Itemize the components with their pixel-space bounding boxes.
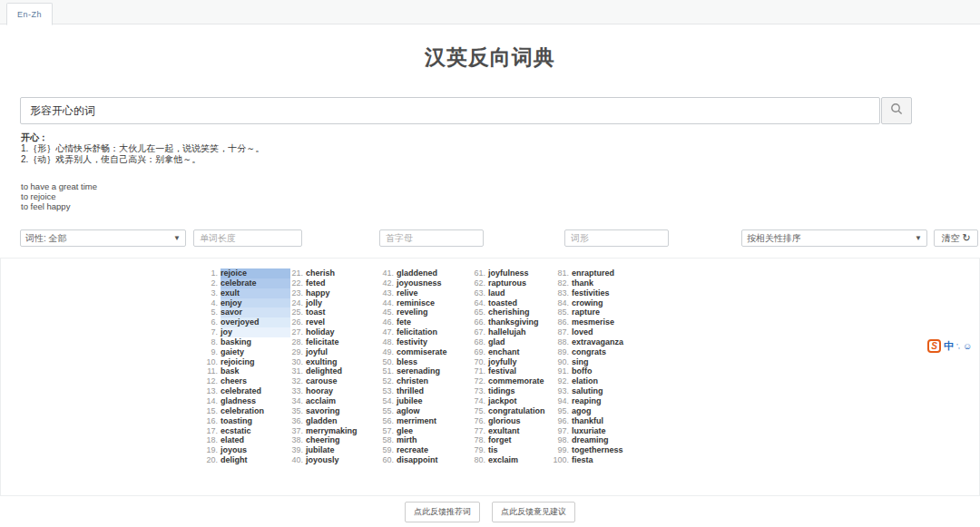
refresh-icon: ↻ xyxy=(962,232,970,244)
word-column: 81.enraptured82.thank83.festivities84.cr… xyxy=(533,267,623,464)
word-row: 62.rapturous xyxy=(449,277,545,287)
word-row: 56.merriment xyxy=(358,415,447,425)
suggestion-item[interactable]: to rejoice xyxy=(21,191,97,201)
word-row: 77.exultant xyxy=(449,425,545,434)
word-link[interactable]: delight xyxy=(220,455,248,464)
word-row: 72.commemorate xyxy=(449,375,545,385)
feedback-suggestions-button[interactable]: 点此反馈意见建议 xyxy=(492,502,575,522)
word-row: 88.extravaganza xyxy=(533,336,623,346)
ime-language-toggle[interactable]: 中 xyxy=(944,339,954,353)
word-row: 34.acclaim xyxy=(267,395,358,405)
word-row: 81.enraptured xyxy=(533,267,623,277)
word-row: 95.agog xyxy=(533,405,623,415)
results-panel: 1.rejoice2.celebrate3.exult4.enjoy5.savo… xyxy=(0,258,980,496)
word-row: 90.sing xyxy=(533,356,623,366)
word-row: 60.disappoint xyxy=(358,454,447,464)
results-border xyxy=(0,259,1,495)
word-link[interactable]: disappoint xyxy=(397,455,438,464)
word-row: 27.holiday xyxy=(267,326,358,336)
word-row: 26.revel xyxy=(267,316,358,326)
word-row: 70.joyfully xyxy=(449,356,545,366)
word-row: 23.happy xyxy=(267,287,358,297)
footer: 点此反馈推荐词 点此反馈意见建议 xyxy=(0,502,980,522)
word-row: 51.serenading xyxy=(358,365,447,375)
word-row: 87.loved xyxy=(533,326,623,336)
clear-filters-button[interactable]: 清空 ↻ xyxy=(934,229,978,247)
word-row: 49.commiserate xyxy=(358,346,447,356)
word-row: 52.christen xyxy=(358,375,447,385)
word-row: 73.tidings xyxy=(449,385,545,395)
word-link[interactable]: fiesta xyxy=(572,455,593,464)
suggestion-item[interactable]: to feel happy xyxy=(21,201,97,211)
tab-bar: En-Zh xyxy=(0,0,980,24)
word-row: 67.hallelujah xyxy=(449,326,545,336)
word-row: 83.festivities xyxy=(533,287,623,297)
clear-filters-label: 清空 xyxy=(941,232,959,245)
sort-order-value: 按相关性排序 xyxy=(747,232,801,245)
word-row: 28.felicitate xyxy=(267,336,358,346)
word-column: 21.cherish22.feted23.happy24.jolly25.toa… xyxy=(267,267,358,464)
word-row: 89.congrats xyxy=(533,346,623,356)
word-row: 31.delighted xyxy=(267,365,358,375)
word-row: 46.fete xyxy=(358,316,447,326)
word-rank: 60. xyxy=(358,455,394,465)
word-row: 71.festival xyxy=(449,365,545,375)
word-row: 29.joyful xyxy=(267,346,358,356)
pos-filter-select[interactable]: 词性: 全部 ▼ xyxy=(20,229,186,247)
word-row: 94.reaping xyxy=(533,395,623,405)
word-row: 25.toast xyxy=(267,306,358,316)
tab-en-zh[interactable]: En-Zh xyxy=(6,3,53,25)
word-row: 80.exclaim xyxy=(449,454,545,464)
word-row: 92.elation xyxy=(533,375,623,385)
word-row: 91.boffo xyxy=(533,365,623,375)
word-row: 66.thanksgiving xyxy=(449,316,545,326)
search-input[interactable] xyxy=(20,97,880,124)
search-icon xyxy=(890,102,903,119)
word-row: 33.hooray xyxy=(267,385,358,395)
word-row: 58.mirth xyxy=(358,434,447,444)
word-row: 39.jubilate xyxy=(267,444,358,454)
word-row: 55.aglow xyxy=(358,405,447,415)
ime-toolbar: S 中 ’, ☺ xyxy=(927,339,972,353)
word-row: 41.gladdened xyxy=(358,267,447,277)
word-row: 64.toasted xyxy=(449,297,545,307)
word-rank: 80. xyxy=(449,455,485,465)
word-row: 42.joyousness xyxy=(358,277,447,287)
word-row: 100.fiesta xyxy=(533,454,623,464)
word-form-input[interactable] xyxy=(564,229,669,247)
initial-letter-input[interactable] xyxy=(379,229,484,247)
ime-punctuation-toggle[interactable]: ’, xyxy=(956,342,960,350)
word-row: 35.savoring xyxy=(267,405,358,415)
feedback-words-button[interactable]: 点此反馈推荐词 xyxy=(405,502,480,522)
definition-headword: 开心： xyxy=(21,132,264,143)
word-row: 74.jackpot xyxy=(449,395,545,405)
sort-order-select[interactable]: 按相关性排序 ▼ xyxy=(741,229,927,247)
app: En-Zh 汉英反向词典 开心： 1.｛形｝心情快乐舒畅：大伙儿在一起，说说笑笑… xyxy=(0,0,980,527)
page-title: 汉英反向词典 xyxy=(0,44,980,72)
word-row: 86.mesmerise xyxy=(533,316,623,326)
word-row: 82.thank xyxy=(533,277,623,287)
ime-emoji-button[interactable]: ☺ xyxy=(963,341,972,351)
word-row: 65.cherishing xyxy=(449,306,545,316)
word-row: 78.forget xyxy=(449,434,545,444)
word-row: 44.reminisce xyxy=(358,297,447,307)
chevron-down-icon: ▼ xyxy=(915,234,922,242)
word-row: 22.feted xyxy=(267,277,358,287)
word-row: 37.merrymaking xyxy=(267,425,358,434)
suggestion-item[interactable]: to have a great time xyxy=(21,181,97,191)
definition-sense: 1.｛形｝心情快乐舒畅：大伙儿在一起，说说笑笑，十分～。 xyxy=(21,143,264,154)
word-rank: 100. xyxy=(533,455,569,465)
word-link[interactable]: joyously xyxy=(306,455,339,464)
word-rank: 40. xyxy=(267,455,303,465)
word-row: 61.joyfulness xyxy=(449,267,545,277)
search-button[interactable] xyxy=(881,97,912,124)
word-length-input[interactable] xyxy=(193,229,302,247)
word-row: 57.glee xyxy=(358,425,447,434)
word-rank: 20. xyxy=(181,455,218,465)
word-row: 79.tis xyxy=(449,444,545,454)
word-row: 32.carouse xyxy=(267,375,358,385)
word-link[interactable]: exclaim xyxy=(488,455,518,464)
word-row: 75.congratulation xyxy=(449,405,545,415)
sogou-logo-icon[interactable]: S xyxy=(927,339,941,353)
word-row: 53.thrilled xyxy=(358,385,447,395)
